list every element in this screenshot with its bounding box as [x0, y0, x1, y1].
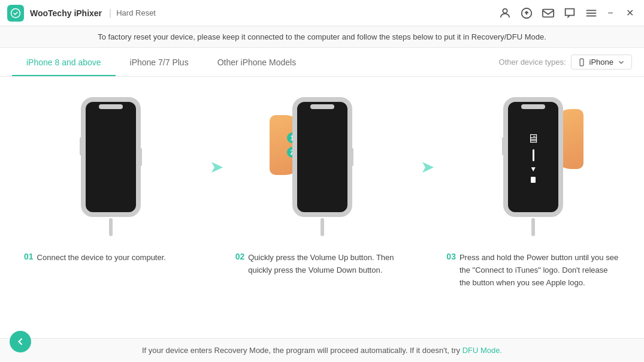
step2-illustration: 1 2 [292, 89, 352, 245]
menu-icon[interactable] [584, 6, 598, 20]
app-name: WooTechy iPhixer [30, 8, 102, 18]
svg-point-1 [503, 8, 507, 13]
tab-iphone8[interactable]: iPhone 8 and above [12, 48, 116, 76]
close-button[interactable]: ✕ [622, 6, 637, 20]
upgrade-icon[interactable] [519, 6, 534, 20]
step3-num: 03 [446, 252, 456, 261]
step3-illustration: 🖥 ▼ [503, 89, 563, 245]
device-type-dropdown[interactable]: iPhone [571, 55, 632, 70]
chevron-down-icon [617, 58, 625, 67]
info-text: To factory reset your device, please kee… [98, 32, 546, 41]
step1-num: 01 [24, 252, 34, 261]
step1-text: Connect the device to your computer. [37, 252, 166, 264]
step3-text: Press and hold the Power button until yo… [459, 252, 620, 289]
tab-other-iphone[interactable]: Other iPhone Models [203, 48, 311, 76]
info-bar: To factory reset your device, please kee… [0, 26, 644, 48]
step3-desc: 03 Press and hold the Power button until… [446, 252, 620, 289]
device-type-selected: iPhone [589, 58, 613, 67]
tab-bar: iPhone 8 and above iPhone 7/7 Plus Other… [0, 48, 644, 77]
step2-desc: 02 Quickly press the Volume Up button. T… [235, 252, 409, 277]
arrow-2: ➤ [421, 89, 434, 245]
step-2: 1 2 02 Quickly press the Volume Up butto… [235, 89, 409, 277]
step2-text: Quickly press the Volume Up button. Then… [248, 252, 409, 277]
step3-phone: 🖥 ▼ [503, 97, 563, 217]
app-logo [7, 5, 24, 22]
mail-icon[interactable] [541, 6, 555, 20]
svg-rect-7 [580, 59, 583, 66]
user-icon[interactable] [498, 6, 512, 20]
arrow-1: ➤ [210, 89, 223, 245]
step1-desc: 01 Connect the device to your computer. [24, 252, 198, 264]
chat-icon[interactable] [563, 6, 577, 20]
step2-phone [292, 97, 352, 217]
step-1: 01 Connect the device to your computer. [24, 89, 198, 264]
itunes-screen: 🖥 ▼ [527, 132, 539, 183]
steps-container: 01 Connect the device to your computer. … [24, 89, 620, 338]
main-content: 01 Connect the device to your computer. … [0, 77, 644, 338]
step2-num: 02 [235, 252, 245, 261]
window-title: Hard Reset [116, 8, 156, 17]
svg-rect-3 [543, 9, 554, 17]
bottombar-text: If your device enters Recovery Mode, the… [12, 346, 632, 355]
step-3: 🖥 ▼ 03 Press and hold the Power button u… [446, 89, 620, 289]
back-button[interactable] [10, 331, 31, 352]
device-type-label: Other device types: [499, 58, 566, 67]
title-separator: | [109, 8, 111, 19]
titlebar: WooTechy iPhixer | Hard Reset [0, 0, 644, 26]
step1-illustration [81, 89, 141, 245]
tab-iphone7[interactable]: iPhone 7/7 Plus [116, 48, 203, 76]
minimize-button[interactable]: − [603, 6, 618, 20]
bottom-bar: If your device enters Recovery Mode, the… [0, 338, 644, 362]
phone-icon [578, 58, 586, 67]
svg-point-0 [11, 8, 20, 17]
step1-phone [81, 97, 141, 217]
dfu-link[interactable]: DFU Mode. [462, 346, 502, 355]
